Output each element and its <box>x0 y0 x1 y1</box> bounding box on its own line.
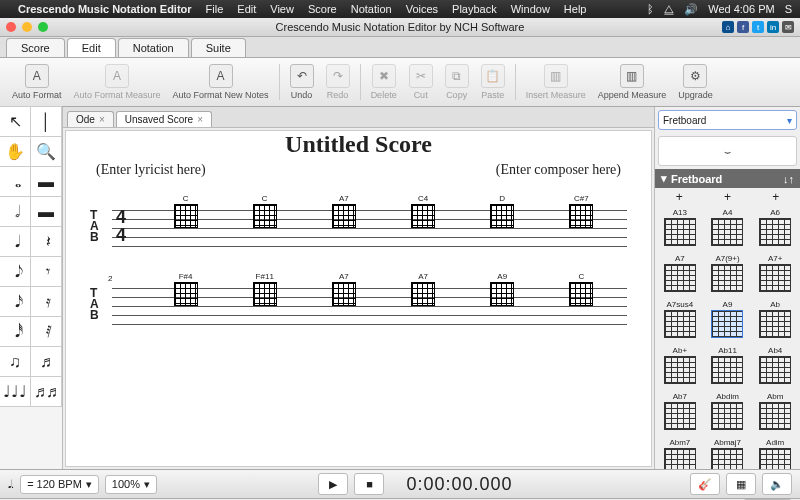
menu-playback[interactable]: Playback <box>452 3 497 15</box>
stop-button[interactable]: ■ <box>354 473 384 495</box>
doc-tab[interactable]: Unsaved Score× <box>116 111 212 127</box>
composer-field[interactable]: (Enter composer here) <box>496 162 621 178</box>
tab-staff-1[interactable]: TAB 44 CCA7C4DC#7 <box>86 200 631 260</box>
palette-tool-10[interactable]: 𝅘𝅥𝅮 <box>0 256 31 287</box>
add-chord-button[interactable]: + <box>676 190 683 204</box>
add-chord-button[interactable]: + <box>772 190 779 204</box>
app-menu[interactable]: Crescendo Music Notation Editor <box>18 3 192 15</box>
chord-library-item[interactable]: Ab11 <box>705 346 751 390</box>
zoom-window-button[interactable] <box>38 22 48 32</box>
menu-edit[interactable]: Edit <box>237 3 256 15</box>
lyricist-field[interactable]: (Enter lyricist here) <box>96 162 206 178</box>
chord-diagram[interactable]: A9 <box>490 272 514 306</box>
chord-library-item[interactable]: A4 <box>705 208 751 252</box>
share-icon[interactable]: ✉ <box>782 21 794 33</box>
palette-tool-13[interactable]: 𝄿 <box>30 286 62 317</box>
palette-tool-8[interactable]: 𝅘𝅥 <box>0 226 31 257</box>
chord-library-item[interactable]: Adim <box>752 438 798 469</box>
chord-diagram[interactable]: C#7 <box>569 194 593 228</box>
chord-diagram[interactable]: A7 <box>332 194 356 228</box>
tab-score[interactable]: Score <box>6 38 65 57</box>
chord-library-item[interactable]: Abm <box>752 392 798 436</box>
twitter-icon[interactable]: t <box>752 21 764 33</box>
chord-diagram[interactable]: F#11 <box>253 272 277 306</box>
palette-tool-4[interactable]: 𝅝 <box>0 166 31 197</box>
bluetooth-icon[interactable]: ᛒ <box>647 3 654 15</box>
spotlight-icon[interactable]: S <box>785 3 792 15</box>
menu-score[interactable]: Score <box>308 3 337 15</box>
clock[interactable]: Wed 4:06 PM <box>708 3 774 15</box>
auto-format-button[interactable]: AAuto Format <box>6 64 68 100</box>
chord-library-item[interactable]: Ab4 <box>752 346 798 390</box>
menu-help[interactable]: Help <box>564 3 587 15</box>
tab-suite[interactable]: Suite <box>191 38 246 57</box>
fretboard-icon[interactable]: ▦ <box>726 473 756 495</box>
add-chord-button[interactable]: + <box>724 190 731 204</box>
score-title[interactable]: Untitled Score <box>66 131 651 158</box>
palette-tool-17[interactable]: ♬ <box>30 346 62 377</box>
chord-diagram[interactable]: A7 <box>411 272 435 306</box>
tempo-field[interactable]: = 120 BPM▾ <box>20 475 99 494</box>
score-page[interactable]: Untitled Score (Enter lyricist here) (En… <box>65 130 652 467</box>
chord-library-item[interactable]: Ab <box>752 300 798 344</box>
collapse-icon[interactable]: ↓↑ <box>783 173 794 185</box>
panel-header[interactable]: ▾ Fretboard ↓↑ <box>655 169 800 188</box>
palette-tool-2[interactable]: ✋ <box>0 136 31 167</box>
palette-tool-19[interactable]: ♬♬ <box>30 376 62 407</box>
chord-library-item[interactable]: Ab+ <box>657 346 703 390</box>
chord-diagram[interactable]: C <box>569 272 593 306</box>
chord-library-item[interactable]: A6 <box>752 208 798 252</box>
append-measure-button[interactable]: ▥Append Measure <box>592 64 673 100</box>
palette-tool-0[interactable]: ↖ <box>0 106 31 137</box>
panel-selector[interactable]: Fretboard▾ <box>658 110 797 130</box>
chord-library-item[interactable]: Abmaj7 <box>705 438 751 469</box>
speaker-icon[interactable]: 🔈 <box>762 473 792 495</box>
palette-tool-7[interactable]: ▬ <box>30 196 62 227</box>
time-signature[interactable]: 44 <box>116 208 126 244</box>
play-button[interactable]: ▶ <box>318 473 348 495</box>
auto-format-new-notes-button[interactable]: AAuto Format New Notes <box>167 64 275 100</box>
palette-tool-1[interactable]: │ <box>30 106 62 137</box>
chord-library-item[interactable]: A7(9+) <box>705 254 751 298</box>
close-icon[interactable]: × <box>99 114 105 125</box>
wifi-icon[interactable]: ⧋ <box>664 3 674 16</box>
palette-tool-3[interactable]: 🔍 <box>30 136 62 167</box>
upgrade-button[interactable]: ⚙Upgrade <box>672 64 719 100</box>
menu-notation[interactable]: Notation <box>351 3 392 15</box>
house-icon[interactable]: ⌂ <box>722 21 734 33</box>
close-window-button[interactable] <box>6 22 16 32</box>
doc-tab[interactable]: Ode× <box>67 111 114 127</box>
palette-tool-18[interactable]: ♩♩♩ <box>0 376 31 407</box>
chord-diagram[interactable]: D <box>490 194 514 228</box>
chord-library-item[interactable]: A13 <box>657 208 703 252</box>
palette-tool-9[interactable]: 𝄽 <box>30 226 62 257</box>
palette-tool-16[interactable]: ♫ <box>0 346 31 377</box>
palette-tool-6[interactable]: 𝅗𝅥 <box>0 196 31 227</box>
facebook-icon[interactable]: f <box>737 21 749 33</box>
palette-tool-5[interactable]: ▬ <box>30 166 62 197</box>
palette-tool-11[interactable]: 𝄾 <box>30 256 62 287</box>
chord-library-item[interactable]: Ab7 <box>657 392 703 436</box>
volume-icon[interactable]: 🔊 <box>684 3 698 16</box>
chord-library-item[interactable]: A7 <box>657 254 703 298</box>
chord-library-item[interactable]: A9 <box>705 300 751 344</box>
tab-notation[interactable]: Notation <box>118 38 189 57</box>
chord-library-item[interactable]: A7sus4 <box>657 300 703 344</box>
chord-diagram[interactable]: A7 <box>332 272 356 306</box>
menu-file[interactable]: File <box>206 3 224 15</box>
chord-library-item[interactable]: A7+ <box>752 254 798 298</box>
close-icon[interactable]: × <box>197 114 203 125</box>
palette-tool-14[interactable]: 𝅘𝅥𝅰 <box>0 316 31 347</box>
tab-staff-2[interactable]: 2 TAB F#4F#11A7A7A9C <box>86 278 631 338</box>
chord-diagram[interactable]: C4 <box>411 194 435 228</box>
palette-tool-12[interactable]: 𝅘𝅥𝅯 <box>0 286 31 317</box>
undo-button[interactable]: ↶Undo <box>284 64 320 100</box>
linkedin-icon[interactable]: in <box>767 21 779 33</box>
menu-view[interactable]: View <box>270 3 294 15</box>
chord-library-item[interactable]: Abdim <box>705 392 751 436</box>
palette-tool-15[interactable]: 𝅀 <box>30 316 62 347</box>
menu-voices[interactable]: Voices <box>406 3 438 15</box>
chord-library-item[interactable]: Abm7 <box>657 438 703 469</box>
chord-diagram[interactable]: C <box>174 194 198 228</box>
minimize-window-button[interactable] <box>22 22 32 32</box>
